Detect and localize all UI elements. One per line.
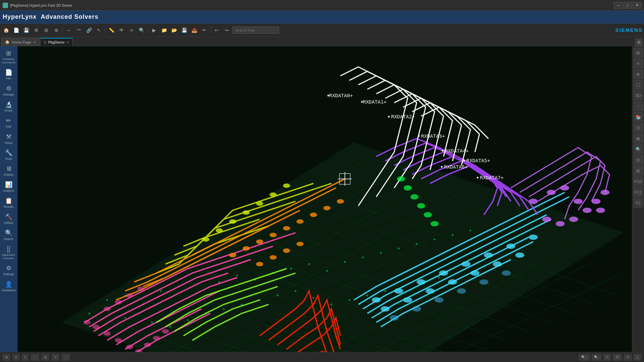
tb-zoom-btn[interactable]: 🔍 <box>137 25 146 35</box>
tb-edit-btn[interactable]: ✏ <box>200 25 209 35</box>
left-sidebar: ⊞ Predictive Commands 📄 File ⚙ Manage 🔬 … <box>0 46 17 352</box>
pcb-3d-scene: RXDATA0+ RXDATA1+ RXDATA2+ RXDATA3+ RXDA… <box>17 46 632 352</box>
rs-btn-6[interactable]: ⋮ <box>633 101 643 111</box>
rs-btn-11[interactable]: ⊟ <box>633 155 643 165</box>
expand-button[interactable]: ⊞ <box>635 39 643 46</box>
tb-run-btn[interactable]: ▶ <box>149 25 159 35</box>
tab-bar: 🏠 Home Page ✕ □ PkgDemo ✕ ⊞ <box>0 37 644 46</box>
tab-pkgdemo[interactable]: □ PkgDemo ✕ <box>40 38 73 46</box>
svg-point-84 <box>417 279 426 285</box>
tb-settings-btn[interactable]: ⚙ <box>32 25 41 35</box>
tb-open-btn[interactable]: 💾 <box>21 25 31 35</box>
content-area[interactable]: RXDATA0+ RXDATA1+ RXDATA2+ RXDATA3+ RXDA… <box>17 46 632 352</box>
sidebar-item-manage[interactable]: ⚙ Manage <box>1 83 17 98</box>
sidebar-item-setup[interactable]: ⚒ Setup <box>1 131 17 146</box>
svg-point-78 <box>104 307 111 311</box>
manage-icon: ⚙ <box>6 85 11 92</box>
svg-point-62 <box>330 304 332 305</box>
status-btn-3d[interactable]: 3D <box>613 354 622 361</box>
status-btn-zoom-in[interactable]: 🔍+ <box>579 354 590 361</box>
sidebar-item-edit[interactable]: ✏ Edit <box>1 115 17 130</box>
rs-btn-10[interactable]: 🔍 <box>633 144 643 154</box>
rs-btn-8[interactable]: ⊡ <box>633 123 643 133</box>
tb-new-btn[interactable]: 📄 <box>11 25 21 35</box>
status-btn-zoom-out[interactable]: 🔍- <box>592 354 601 361</box>
svg-text:RXDATA0+: RXDATA0+ <box>329 93 353 98</box>
status-btn-settings-small[interactable]: ⚙ <box>624 354 632 361</box>
status-btn-plus[interactable]: ⊕ <box>42 354 49 361</box>
close-button[interactable]: ✕ <box>633 2 641 9</box>
sidebar-item-search[interactable]: 🔍 Search <box>1 227 17 243</box>
tb-grid-btn[interactable]: ⊞ <box>42 25 51 35</box>
sidebar-item-analysis[interactable]: 📊 Analysis <box>1 179 17 194</box>
tb-folder-btn[interactable]: 📁 <box>159 25 169 35</box>
tab-homepage-close[interactable]: ✕ <box>33 40 36 44</box>
search-help-input[interactable] <box>232 26 279 34</box>
tb-undo-btn[interactable]: ↩ <box>212 25 221 35</box>
sidebar-item-predictive-commands[interactable]: ⊞ Predictive Commands <box>1 48 17 66</box>
status-btn-list[interactable]: ≡ <box>13 354 19 361</box>
tb-line-btn[interactable]: ─ <box>64 25 73 35</box>
rs-btn-5[interactable]: 3D <box>633 90 643 101</box>
status-btn-next[interactable]: → <box>62 354 70 361</box>
tb-save-btn[interactable]: 💾 <box>179 25 189 35</box>
tb-cursor-btn[interactable]: ↖ <box>94 25 104 35</box>
status-btn-info[interactable]: ℹ <box>22 354 28 361</box>
tb-home-btn[interactable]: 🏠 <box>1 25 11 35</box>
status-btn-grid[interactable]: ⊞ <box>3 354 10 361</box>
tab-pkgdemo-close[interactable]: ✕ <box>66 41 69 44</box>
tb-view-btn[interactable]: 👁 <box>117 25 126 35</box>
sidebar-item-display[interactable]: 🖥 Display <box>1 163 17 178</box>
rs-btn-13[interactable]: F10 <box>633 176 643 186</box>
title-bar-left: [PkgDemo] HyperLynx Fast 3D Solver <box>3 3 72 8</box>
svg-point-140 <box>256 201 263 206</box>
svg-point-69 <box>84 320 91 324</box>
rs-btn-4[interactable]: ☐ <box>633 80 643 90</box>
tb-layers-btn[interactable]: ≡ <box>127 25 136 35</box>
svg-point-41 <box>344 261 346 263</box>
sidebar-item-assistance[interactable]: 👤 Assistance <box>1 279 17 294</box>
tb-measure-btn[interactable]: 📏 <box>107 25 116 35</box>
rs-btn-15[interactable]: F2 <box>633 198 643 208</box>
tab-homepage[interactable]: 🏠 Home Page ✕ <box>1 38 40 46</box>
svg-point-134 <box>283 248 290 253</box>
rs-btn-9[interactable]: ⊠ <box>633 133 643 143</box>
svg-point-128 <box>297 219 304 224</box>
sidebar-item-results[interactable]: 📋 Results <box>1 195 17 210</box>
title-bar-controls: ─ □ ✕ <box>614 2 641 9</box>
restore-button[interactable]: □ <box>623 2 632 9</box>
sidebar-item-application-launcher[interactable]: ⣿ Application Launcher <box>1 243 17 262</box>
rs-btn-7[interactable]: 📚 <box>633 112 643 122</box>
tb-redo-btn[interactable]: ↪ <box>222 25 231 35</box>
sidebar-item-utilities[interactable]: 🔨 Utilities <box>1 211 17 227</box>
status-btn-fit[interactable]: ⊡ <box>603 354 611 361</box>
rs-btn-2[interactable]: ≡ <box>633 58 643 68</box>
svg-point-73 <box>126 345 133 349</box>
sidebar-item-tools[interactable]: 🔧 Tools <box>1 147 17 163</box>
rs-btn-12[interactable]: ⊞ <box>633 166 643 176</box>
tb-wave-btn[interactable]: 〜 <box>74 25 84 35</box>
app-icon <box>3 3 8 8</box>
toolbar-left: 🏠 📄 💾 ⚙ ⊞ ⊕ ─ 〜 🔗 ↖ 📏 👁 ≡ 🔍 ▶ 📁 📂 💾 📤 ✏ … <box>1 25 279 35</box>
tb-target-btn[interactable]: ⊕ <box>52 25 61 35</box>
svg-point-109 <box>556 221 565 227</box>
sidebar-item-settings[interactable]: ⚙ Settings <box>1 262 17 278</box>
sidebar-item-file[interactable]: 📄 File <box>1 67 17 82</box>
minimize-button[interactable]: ─ <box>614 2 623 9</box>
svg-point-157 <box>327 95 329 96</box>
tb-net-btn[interactable]: 🔗 <box>84 25 94 35</box>
viewport[interactable]: RXDATA0+ RXDATA1+ RXDATA2+ RXDATA3+ RXDA… <box>17 46 632 352</box>
rs-btn-1[interactable]: ⊞ <box>633 48 643 58</box>
edit-icon: ✏ <box>6 117 11 124</box>
svg-point-82 <box>372 297 381 303</box>
svg-text:RXDATA6+: RXDATA6+ <box>444 164 468 170</box>
status-btn-expand[interactable]: ↔ <box>31 354 39 361</box>
status-btn-box[interactable]: ◱ <box>634 354 641 361</box>
tb-export-btn[interactable]: 📤 <box>190 25 199 35</box>
tb-folder2-btn[interactable]: 📂 <box>169 25 179 35</box>
rs-btn-3[interactable]: ⊕ <box>633 69 643 79</box>
rs-btn-14[interactable]: F11 <box>633 187 643 197</box>
svg-point-98 <box>412 306 421 312</box>
sidebar-item-probe[interactable]: 🔬 Probe <box>1 99 17 114</box>
status-btn-refresh[interactable]: ↺ <box>52 354 59 361</box>
